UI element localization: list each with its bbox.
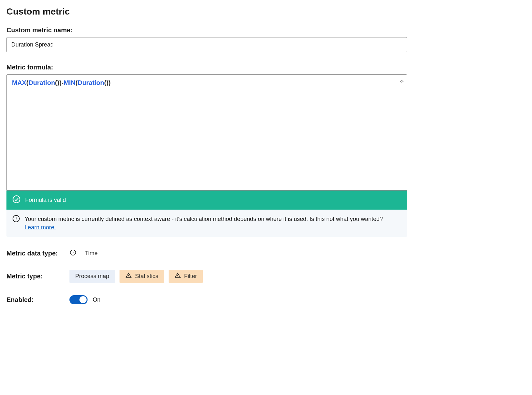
chip-label: Filter	[184, 273, 197, 280]
enabled-label: Enabled:	[6, 296, 63, 304]
formula-token: Duration	[78, 79, 104, 86]
svg-point-4	[128, 277, 129, 277]
data-type-label: Metric data type:	[6, 250, 63, 257]
chip-label: Statistics	[135, 273, 158, 280]
metric-name-input[interactable]	[6, 37, 407, 52]
svg-text:i: i	[16, 216, 17, 221]
chip-filter[interactable]: Filter	[169, 270, 203, 283]
check-circle-icon	[12, 195, 21, 205]
info-icon: i	[12, 215, 20, 224]
page-title: Custom metric	[6, 6, 526, 17]
enabled-state-text: On	[93, 296, 100, 303]
metric-formula-label: Metric formula:	[6, 64, 526, 71]
chip-label: Process map	[75, 273, 109, 280]
warning-icon	[174, 272, 181, 280]
context-aware-info-banner: i Your custom metric is currently define…	[6, 210, 407, 237]
formula-token: ())	[104, 79, 111, 86]
formula-token: MAX	[12, 79, 26, 86]
enabled-toggle[interactable]	[69, 295, 88, 304]
formula-valid-banner: Formula is valid	[6, 191, 407, 210]
clock-icon	[69, 249, 77, 257]
warning-icon	[125, 272, 132, 280]
metric-type-label: Metric type:	[6, 273, 63, 280]
formula-valid-text: Formula is valid	[25, 197, 66, 203]
formula-token: Duration	[28, 79, 55, 86]
toggle-knob	[79, 296, 87, 303]
metric-formula-editor[interactable]: MAX(Duration())-MIN(Duration())	[6, 74, 407, 191]
learn-more-link[interactable]: Learn more.	[25, 224, 56, 231]
metric-name-label: Custom metric name:	[6, 26, 526, 34]
chip-statistics[interactable]: Statistics	[120, 270, 164, 283]
data-type-value: Time	[85, 250, 98, 257]
formula-token: MIN	[64, 79, 76, 86]
svg-point-0	[13, 196, 20, 203]
svg-point-5	[177, 277, 178, 277]
chip-process-map[interactable]: Process map	[69, 270, 115, 283]
info-message-text: Your custom metric is currently defined …	[25, 216, 383, 222]
formula-token: ())-	[55, 79, 64, 86]
resize-handle-icon[interactable]	[400, 78, 404, 82]
